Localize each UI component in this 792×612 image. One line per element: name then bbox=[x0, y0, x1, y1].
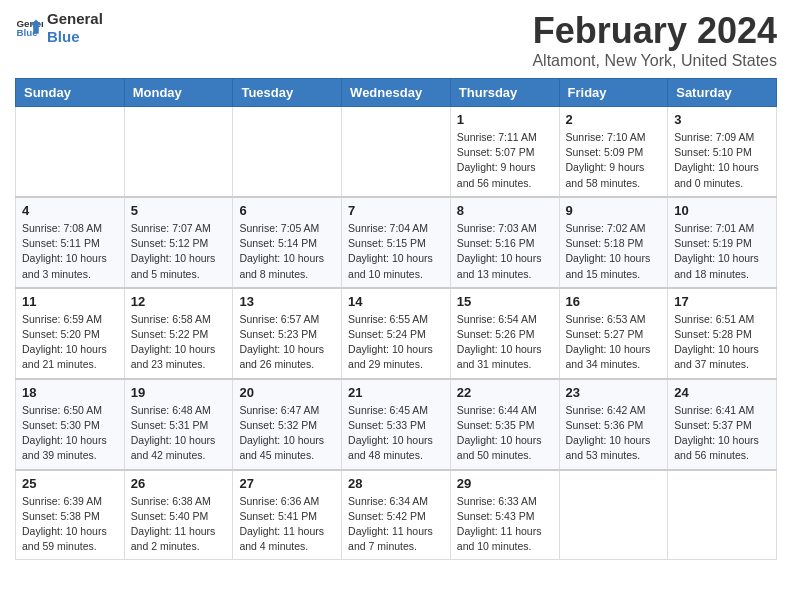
day-info: Sunrise: 7:10 AMSunset: 5:09 PMDaylight:… bbox=[566, 130, 662, 191]
col-header-tuesday: Tuesday bbox=[233, 79, 342, 107]
calendar-cell bbox=[233, 107, 342, 197]
calendar-cell: 2Sunrise: 7:10 AMSunset: 5:09 PMDaylight… bbox=[559, 107, 668, 197]
calendar-cell: 26Sunrise: 6:38 AMSunset: 5:40 PMDayligh… bbox=[124, 470, 233, 560]
week-row-5: 25Sunrise: 6:39 AMSunset: 5:38 PMDayligh… bbox=[16, 470, 777, 560]
day-info: Sunrise: 6:48 AMSunset: 5:31 PMDaylight:… bbox=[131, 403, 227, 464]
day-number: 19 bbox=[131, 385, 227, 400]
day-number: 6 bbox=[239, 203, 335, 218]
day-info: Sunrise: 7:02 AMSunset: 5:18 PMDaylight:… bbox=[566, 221, 662, 282]
day-info: Sunrise: 6:50 AMSunset: 5:30 PMDaylight:… bbox=[22, 403, 118, 464]
calendar-table: SundayMondayTuesdayWednesdayThursdayFrid… bbox=[15, 78, 777, 560]
day-info: Sunrise: 6:34 AMSunset: 5:42 PMDaylight:… bbox=[348, 494, 444, 555]
day-number: 7 bbox=[348, 203, 444, 218]
day-number: 21 bbox=[348, 385, 444, 400]
calendar-cell: 17Sunrise: 6:51 AMSunset: 5:28 PMDayligh… bbox=[668, 288, 777, 379]
day-info: Sunrise: 6:47 AMSunset: 5:32 PMDaylight:… bbox=[239, 403, 335, 464]
day-info: Sunrise: 7:08 AMSunset: 5:11 PMDaylight:… bbox=[22, 221, 118, 282]
calendar-cell: 19Sunrise: 6:48 AMSunset: 5:31 PMDayligh… bbox=[124, 379, 233, 470]
day-number: 29 bbox=[457, 476, 553, 491]
col-header-thursday: Thursday bbox=[450, 79, 559, 107]
calendar-cell: 23Sunrise: 6:42 AMSunset: 5:36 PMDayligh… bbox=[559, 379, 668, 470]
calendar-cell: 27Sunrise: 6:36 AMSunset: 5:41 PMDayligh… bbox=[233, 470, 342, 560]
day-info: Sunrise: 6:38 AMSunset: 5:40 PMDaylight:… bbox=[131, 494, 227, 555]
calendar-cell: 8Sunrise: 7:03 AMSunset: 5:16 PMDaylight… bbox=[450, 197, 559, 288]
calendar-cell: 14Sunrise: 6:55 AMSunset: 5:24 PMDayligh… bbox=[342, 288, 451, 379]
logo-general: General bbox=[47, 10, 103, 28]
title-section: February 2024 Altamont, New York, United… bbox=[532, 10, 777, 70]
calendar-cell bbox=[668, 470, 777, 560]
col-header-wednesday: Wednesday bbox=[342, 79, 451, 107]
calendar-cell: 22Sunrise: 6:44 AMSunset: 5:35 PMDayligh… bbox=[450, 379, 559, 470]
calendar-cell bbox=[342, 107, 451, 197]
col-header-monday: Monday bbox=[124, 79, 233, 107]
logo-icon: General Blue bbox=[15, 14, 43, 42]
calendar-cell: 5Sunrise: 7:07 AMSunset: 5:12 PMDaylight… bbox=[124, 197, 233, 288]
day-number: 13 bbox=[239, 294, 335, 309]
day-number: 2 bbox=[566, 112, 662, 127]
day-number: 1 bbox=[457, 112, 553, 127]
day-info: Sunrise: 6:45 AMSunset: 5:33 PMDaylight:… bbox=[348, 403, 444, 464]
day-number: 17 bbox=[674, 294, 770, 309]
col-header-sunday: Sunday bbox=[16, 79, 125, 107]
calendar-cell: 20Sunrise: 6:47 AMSunset: 5:32 PMDayligh… bbox=[233, 379, 342, 470]
day-info: Sunrise: 6:57 AMSunset: 5:23 PMDaylight:… bbox=[239, 312, 335, 373]
calendar-cell: 18Sunrise: 6:50 AMSunset: 5:30 PMDayligh… bbox=[16, 379, 125, 470]
day-info: Sunrise: 6:42 AMSunset: 5:36 PMDaylight:… bbox=[566, 403, 662, 464]
day-info: Sunrise: 7:07 AMSunset: 5:12 PMDaylight:… bbox=[131, 221, 227, 282]
calendar-cell: 9Sunrise: 7:02 AMSunset: 5:18 PMDaylight… bbox=[559, 197, 668, 288]
day-number: 15 bbox=[457, 294, 553, 309]
calendar-cell: 28Sunrise: 6:34 AMSunset: 5:42 PMDayligh… bbox=[342, 470, 451, 560]
day-number: 18 bbox=[22, 385, 118, 400]
day-info: Sunrise: 6:36 AMSunset: 5:41 PMDaylight:… bbox=[239, 494, 335, 555]
day-info: Sunrise: 7:04 AMSunset: 5:15 PMDaylight:… bbox=[348, 221, 444, 282]
day-number: 11 bbox=[22, 294, 118, 309]
calendar-cell bbox=[16, 107, 125, 197]
calendar-cell: 10Sunrise: 7:01 AMSunset: 5:19 PMDayligh… bbox=[668, 197, 777, 288]
day-number: 4 bbox=[22, 203, 118, 218]
calendar-cell: 4Sunrise: 7:08 AMSunset: 5:11 PMDaylight… bbox=[16, 197, 125, 288]
month-year-title: February 2024 bbox=[532, 10, 777, 52]
day-number: 27 bbox=[239, 476, 335, 491]
week-row-1: 1Sunrise: 7:11 AMSunset: 5:07 PMDaylight… bbox=[16, 107, 777, 197]
day-info: Sunrise: 6:41 AMSunset: 5:37 PMDaylight:… bbox=[674, 403, 770, 464]
calendar-cell: 16Sunrise: 6:53 AMSunset: 5:27 PMDayligh… bbox=[559, 288, 668, 379]
week-row-3: 11Sunrise: 6:59 AMSunset: 5:20 PMDayligh… bbox=[16, 288, 777, 379]
day-info: Sunrise: 7:09 AMSunset: 5:10 PMDaylight:… bbox=[674, 130, 770, 191]
calendar-cell: 12Sunrise: 6:58 AMSunset: 5:22 PMDayligh… bbox=[124, 288, 233, 379]
week-row-2: 4Sunrise: 7:08 AMSunset: 5:11 PMDaylight… bbox=[16, 197, 777, 288]
day-info: Sunrise: 6:53 AMSunset: 5:27 PMDaylight:… bbox=[566, 312, 662, 373]
day-number: 8 bbox=[457, 203, 553, 218]
calendar-cell: 6Sunrise: 7:05 AMSunset: 5:14 PMDaylight… bbox=[233, 197, 342, 288]
col-header-saturday: Saturday bbox=[668, 79, 777, 107]
day-number: 10 bbox=[674, 203, 770, 218]
header: General Blue General Blue February 2024 … bbox=[15, 10, 777, 70]
location-subtitle: Altamont, New York, United States bbox=[532, 52, 777, 70]
col-header-friday: Friday bbox=[559, 79, 668, 107]
calendar-cell: 13Sunrise: 6:57 AMSunset: 5:23 PMDayligh… bbox=[233, 288, 342, 379]
logo: General Blue General Blue bbox=[15, 10, 103, 46]
calendar-cell: 21Sunrise: 6:45 AMSunset: 5:33 PMDayligh… bbox=[342, 379, 451, 470]
calendar-cell: 7Sunrise: 7:04 AMSunset: 5:15 PMDaylight… bbox=[342, 197, 451, 288]
day-number: 24 bbox=[674, 385, 770, 400]
calendar-cell: 1Sunrise: 7:11 AMSunset: 5:07 PMDaylight… bbox=[450, 107, 559, 197]
day-info: Sunrise: 6:33 AMSunset: 5:43 PMDaylight:… bbox=[457, 494, 553, 555]
day-info: Sunrise: 7:05 AMSunset: 5:14 PMDaylight:… bbox=[239, 221, 335, 282]
calendar-cell: 15Sunrise: 6:54 AMSunset: 5:26 PMDayligh… bbox=[450, 288, 559, 379]
day-number: 22 bbox=[457, 385, 553, 400]
day-number: 28 bbox=[348, 476, 444, 491]
calendar-cell bbox=[559, 470, 668, 560]
day-number: 12 bbox=[131, 294, 227, 309]
calendar-cell: 3Sunrise: 7:09 AMSunset: 5:10 PMDaylight… bbox=[668, 107, 777, 197]
calendar-cell: 25Sunrise: 6:39 AMSunset: 5:38 PMDayligh… bbox=[16, 470, 125, 560]
day-info: Sunrise: 6:44 AMSunset: 5:35 PMDaylight:… bbox=[457, 403, 553, 464]
calendar-cell: 24Sunrise: 6:41 AMSunset: 5:37 PMDayligh… bbox=[668, 379, 777, 470]
header-row: SundayMondayTuesdayWednesdayThursdayFrid… bbox=[16, 79, 777, 107]
day-info: Sunrise: 7:03 AMSunset: 5:16 PMDaylight:… bbox=[457, 221, 553, 282]
week-row-4: 18Sunrise: 6:50 AMSunset: 5:30 PMDayligh… bbox=[16, 379, 777, 470]
day-info: Sunrise: 6:54 AMSunset: 5:26 PMDaylight:… bbox=[457, 312, 553, 373]
day-number: 25 bbox=[22, 476, 118, 491]
day-number: 26 bbox=[131, 476, 227, 491]
day-number: 3 bbox=[674, 112, 770, 127]
day-info: Sunrise: 7:11 AMSunset: 5:07 PMDaylight:… bbox=[457, 130, 553, 191]
day-info: Sunrise: 6:39 AMSunset: 5:38 PMDaylight:… bbox=[22, 494, 118, 555]
